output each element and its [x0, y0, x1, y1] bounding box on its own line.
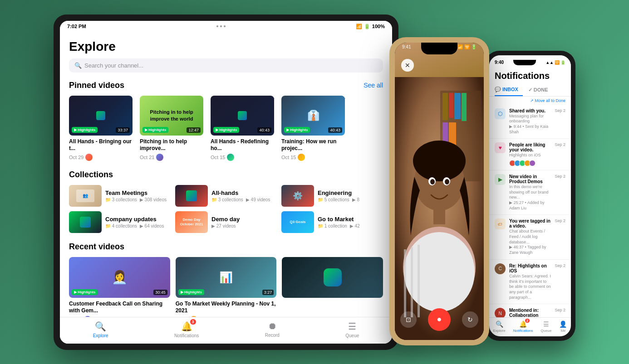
collection-info: Company updates 📁 4 collections ▶ 64 vid… — [105, 216, 171, 228]
notification-content: People are liking your video. Highlights… — [509, 142, 551, 166]
see-all-button[interactable]: See all — [364, 82, 383, 89]
notification-content: New video in Product Demos In this demo … — [509, 174, 551, 211]
collection-name: Team Meetings — [105, 189, 171, 196]
notification-content: Mentioned in: Collaboration with... Naom… — [509, 308, 551, 317]
notification-item[interactable]: C Re: Highlights on iOS Calvin Sears: Ag… — [489, 260, 571, 304]
phone-status-bar: 9:41 📶 🛜 🔋 — [402, 44, 477, 49]
collection-item[interactable]: 👥 Team Meetings 📁 3 collections ▶ 308 vi… — [69, 185, 171, 207]
app-logo — [238, 111, 247, 120]
collection-item[interactable]: Q3 Goals Go to Market 📁 1 collection ▶ 4… — [281, 211, 383, 233]
ph-nav-notifications[interactable]: 🔔 2 Notifications — [513, 320, 533, 333]
collection-item[interactable]: ⚙️ Engineering 📁 5 collections ▶ 8 — [281, 185, 383, 207]
recent-video-card[interactable] — [282, 257, 383, 317]
svg-rect-4 — [454, 93, 461, 119]
tablet-time: 7:02 PM — [67, 24, 86, 29]
video-card[interactable]: ⋯ 👔 ▶ Highlights 40:43 Training: How we … — [281, 96, 345, 161]
video-card[interactable]: ⋯ ▶ Highlights 40:43 All Hands - Redefin… — [211, 96, 274, 161]
notification-item[interactable]: ▶ New video in Product Demos In this dem… — [489, 170, 571, 215]
highlights-badge: ▶ Highlights — [284, 127, 310, 133]
nav-item-explore[interactable]: 🔍 Explore — [93, 321, 108, 338]
nav-label-notifications: Notifications — [174, 333, 199, 338]
nav-item-record[interactable]: ⏺ Record — [265, 321, 280, 338]
collection-name: Demo day — [211, 216, 277, 223]
notifications-tabs: 💬 INBOX ✓ DONE — [489, 84, 571, 97]
close-button[interactable]: ✕ — [401, 59, 414, 72]
notification-item[interactable]: 🏷 You were tagged in a video. Chat about… — [489, 215, 571, 259]
notification-date: Sep 2 — [555, 108, 565, 113]
collection-thumbnail: 👥 — [69, 185, 102, 207]
notification-content: You were tagged in a video. Chat about E… — [509, 218, 551, 255]
notification-title: You were tagged in a video. — [509, 218, 551, 228]
notification-date: Sep 2 — [555, 263, 565, 268]
notifications-page-title: Notifications — [489, 66, 571, 84]
notification-content: Shared with you. Messaging plan for onbo… — [509, 108, 551, 135]
signal-icon: ▲▲ — [545, 60, 554, 65]
video-title: Customer Feedback Call on Sharing with G… — [69, 301, 170, 315]
tablet-dots — [216, 25, 226, 27]
search-bar[interactable]: 🔍 Search your channel... — [69, 58, 383, 73]
notification-badge: 2 — [525, 319, 530, 323]
video-title: All Hands - Bringing our t... — [69, 138, 133, 152]
collection-item[interactable]: Demo Day October 2021 Demo day ▶ 27 vide… — [175, 211, 277, 233]
ph-nav-queue[interactable]: ☰ Queue — [541, 320, 551, 333]
video-card[interactable]: ▶ Highlights 33:37 All Hands - Bringing … — [69, 96, 133, 161]
record-icon: ⏺ — [268, 321, 277, 331]
video-date: Nov 1 — [176, 316, 277, 317]
recent-video-card[interactable]: 📊 ▶ Highlights 3:27 Go To Market Weekly … — [176, 257, 277, 317]
collection-item[interactable]: Company updates 📁 4 collections ▶ 64 vid… — [69, 211, 171, 233]
collection-item[interactable]: All-hands 📁 3 collections ▶ 49 videos — [175, 185, 277, 207]
ph-nav-explore[interactable]: 🔍 Explore — [493, 320, 506, 333]
notification-desc: Chat about Events / Feed / Audit log dat… — [509, 229, 551, 245]
inbox-label: INBOX — [502, 87, 518, 92]
nav-item-notifications[interactable]: 🔔 3 Notifications — [174, 321, 199, 338]
battery-percent: 100% — [372, 24, 385, 29]
video-thumbnail: Pitching in to help improve the world ▶ … — [140, 96, 203, 136]
notification-desc: Highlights on iOS — [509, 153, 551, 158]
record-button[interactable]: ● — [428, 308, 451, 331]
explore-icon: 🔍 — [95, 321, 106, 332]
video-title: All Hands - Redefining ho... — [211, 138, 274, 152]
queue-icon: ☰ — [543, 320, 549, 328]
search-placeholder: Search your channel... — [84, 62, 143, 69]
collection-name: All-hands — [211, 189, 277, 196]
move-all-button[interactable]: ↗ Move all to Done — [489, 97, 571, 105]
notification-item[interactable]: N Mentioned in: Collaboration with... Na… — [489, 304, 571, 317]
notification-meta: ▶ 25:27 • Added by Adam Liu — [509, 200, 551, 211]
video-date: Nov 1 — [69, 316, 170, 317]
video-card[interactable]: Pitching in to help improve the world ▶ … — [140, 96, 203, 161]
tab-inbox[interactable]: 💬 INBOX — [495, 84, 523, 96]
collection-info: Team Meetings 📁 3 collections ▶ 308 vide… — [105, 189, 171, 202]
notification-title: Mentioned in: Collaboration with... — [509, 308, 551, 317]
inbox-icon: 💬 — [495, 87, 501, 92]
video-title: Go To Market Weekly Planning - Nov 1, 20… — [176, 301, 277, 315]
video-date: Oct 21 — [140, 154, 203, 161]
video-thumbnail: ▶ Highlights 33:37 — [69, 96, 133, 136]
video-title: Training: How we run projec... — [281, 138, 345, 152]
nav-item-queue[interactable]: ☰ Queue — [345, 321, 359, 338]
tab-done[interactable]: ✓ DONE — [528, 84, 553, 96]
svg-point-9 — [404, 232, 475, 312]
highlights-badge: ▶ Highlights — [72, 127, 98, 133]
rotate-button[interactable]: ↻ — [462, 311, 478, 328]
app-logo — [80, 217, 91, 228]
collection-count: 📁 4 collections — [105, 223, 137, 228]
notification-icon: ▶ — [495, 174, 506, 185]
avatar — [85, 154, 93, 161]
screen-share-button[interactable]: ⊡ — [400, 311, 417, 328]
phone-middle: 9:41 📶 🛜 🔋 — [389, 37, 489, 345]
recent-video-card[interactable]: 👩‍💼 ▶ Highlights 30:45 Customer Feedback… — [69, 257, 170, 317]
notification-icon: ♥ — [495, 142, 506, 153]
highlights-badge: ▶ Highlights — [213, 127, 239, 133]
notification-item[interactable]: ⬡ Shared with you. Messaging plan for on… — [489, 105, 571, 139]
wifi-icon: 🛜 — [555, 60, 560, 65]
status-icons: 📶 🛜 🔋 — [457, 44, 477, 49]
phone-right-screen: 9:40 ▲▲ 🛜 🔋 Notifications 💬 INBOX ✓ DONE… — [489, 55, 571, 336]
duration-badge: 30:45 — [153, 290, 167, 295]
ph-nav-me[interactable]: 👤 Me — [559, 320, 567, 333]
video-count: ▶ 8 — [352, 197, 359, 202]
phone-right-bottom-nav: 🔍 Explore 🔔 2 Notifications ☰ Queue 👤 Me — [489, 317, 571, 336]
duration-badge: 40:43 — [328, 127, 342, 133]
tablet-status-bar: 7:02 PM 📶 🔋 100% — [60, 21, 392, 32]
collections-grid: 👥 Team Meetings 📁 3 collections ▶ 308 vi… — [69, 185, 383, 233]
notification-item[interactable]: ♥ People are liking your video. Highligh… — [489, 139, 571, 170]
